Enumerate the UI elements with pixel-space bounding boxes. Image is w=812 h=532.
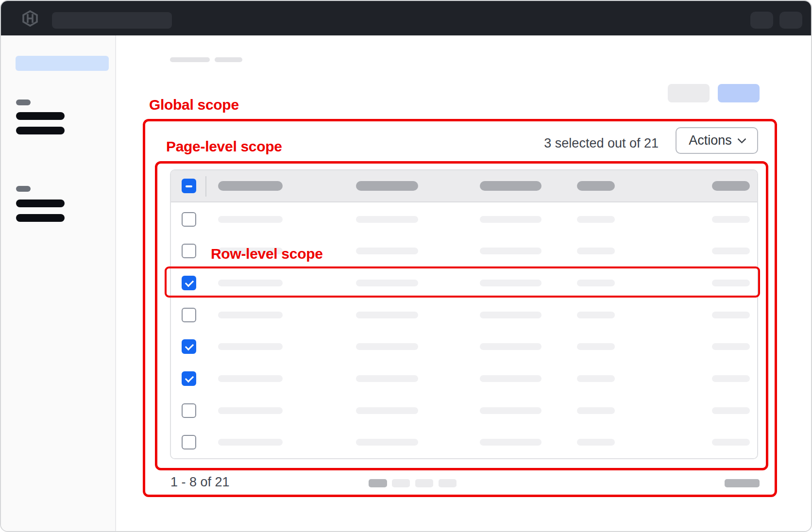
app-window: 3 selected out of 21 Actions 1 - 8 of 21…: [0, 0, 812, 532]
row-checkbox[interactable]: [182, 308, 196, 322]
pagination-next-skeleton[interactable]: [725, 479, 760, 487]
cell-placeholder: [480, 312, 541, 318]
cell-placeholder: [712, 248, 750, 254]
topbar: [1, 1, 811, 35]
table-header: [171, 170, 757, 202]
cell-placeholder: [356, 375, 418, 382]
cell-placeholder: [577, 375, 615, 382]
cell-placeholder: [480, 280, 541, 286]
selection-summary: 3 selected out of 21: [464, 136, 659, 151]
sidebar-section-label-skeleton: [16, 100, 31, 105]
row-checkbox-checked[interactable]: [182, 339, 196, 354]
cell-placeholder: [712, 216, 750, 223]
table-row: [171, 203, 757, 235]
cell-placeholder: [712, 280, 750, 286]
actions-button-label: Actions: [689, 133, 732, 148]
cell-placeholder: [356, 248, 418, 254]
cell-placeholder: [577, 216, 615, 223]
cell-placeholder: [577, 280, 615, 286]
pagination-page-skeleton[interactable]: [439, 479, 457, 487]
column-header-skeleton: [577, 181, 615, 191]
row-checkbox-checked[interactable]: [182, 371, 196, 386]
pagination-range-label: 1 - 8 of 21: [170, 475, 230, 490]
pagination-page-skeleton[interactable]: [415, 479, 433, 487]
cell-placeholder: [480, 375, 541, 382]
select-all-checkbox[interactable]: [182, 179, 196, 193]
table-row: [171, 299, 757, 331]
hashicorp-logo-icon: [21, 10, 39, 27]
cell-placeholder: [356, 407, 418, 414]
cell-placeholder: [712, 407, 750, 414]
row-checkbox[interactable]: [182, 244, 196, 258]
row-checkbox[interactable]: [182, 212, 196, 227]
cell-placeholder: [218, 407, 283, 414]
topbar-button-skeleton[interactable]: [779, 12, 802, 29]
cell-placeholder: [712, 439, 750, 446]
cell-placeholder: [218, 439, 283, 446]
pagination-page-skeleton[interactable]: [392, 479, 410, 487]
column-header-skeleton: [480, 181, 541, 191]
cell-placeholder: [480, 248, 541, 254]
cell-placeholder: [577, 343, 615, 350]
pagination-page-skeleton[interactable]: [369, 479, 387, 487]
cell-placeholder: [218, 280, 283, 286]
data-table: [170, 169, 758, 459]
column-header-skeleton: [712, 181, 750, 191]
cell-placeholder: [356, 312, 418, 318]
cell-placeholder: [218, 248, 283, 254]
cell-placeholder: [218, 216, 283, 223]
table-row: [171, 426, 757, 458]
sidebar-nav-item-skeleton[interactable]: [16, 127, 65, 134]
cell-placeholder: [480, 216, 541, 223]
cell-placeholder: [577, 248, 615, 254]
table-row: [171, 235, 757, 267]
sidebar-active-item[interactable]: [16, 56, 109, 71]
cell-placeholder: [218, 375, 283, 382]
column-header-skeleton: [356, 181, 418, 191]
cell-placeholder: [577, 312, 615, 318]
header-divider: [205, 176, 206, 197]
cell-placeholder: [577, 439, 615, 446]
breadcrumb-skeleton: [215, 57, 242, 62]
primary-button-skeleton[interactable]: [718, 84, 760, 102]
breadcrumb-skeleton: [170, 57, 210, 62]
row-checkbox[interactable]: [182, 403, 196, 418]
cell-placeholder: [577, 407, 615, 414]
cell-placeholder: [356, 343, 418, 350]
sidebar-nav-item-skeleton[interactable]: [16, 214, 65, 222]
cell-placeholder: [218, 343, 283, 350]
sidebar-nav-item-skeleton[interactable]: [16, 200, 65, 207]
cell-placeholder: [480, 407, 541, 414]
actions-button[interactable]: Actions: [676, 127, 758, 154]
table-row: [171, 331, 757, 363]
column-header-skeleton: [218, 181, 283, 191]
table-row: [171, 363, 757, 395]
row-checkbox-checked[interactable]: [182, 276, 196, 290]
cell-placeholder: [712, 312, 750, 318]
cell-placeholder: [356, 280, 418, 286]
sidebar-nav-item-skeleton[interactable]: [16, 112, 65, 120]
chevron-down-icon: [737, 134, 746, 143]
cell-placeholder: [218, 312, 283, 318]
table-body: [171, 203, 757, 458]
row-checkbox[interactable]: [182, 435, 196, 449]
cell-placeholder: [356, 439, 418, 446]
cell-placeholder: [480, 439, 541, 446]
cell-placeholder: [712, 375, 750, 382]
cell-placeholder: [356, 216, 418, 223]
sidebar: [1, 35, 116, 532]
topbar-button-skeleton[interactable]: [750, 12, 773, 29]
table-row: [171, 395, 757, 427]
cell-placeholder: [480, 343, 541, 350]
table-row: [171, 267, 757, 299]
sidebar-section-label-skeleton: [16, 186, 31, 192]
secondary-button-skeleton[interactable]: [668, 84, 710, 102]
cell-placeholder: [712, 343, 750, 350]
search-input[interactable]: [52, 12, 172, 29]
